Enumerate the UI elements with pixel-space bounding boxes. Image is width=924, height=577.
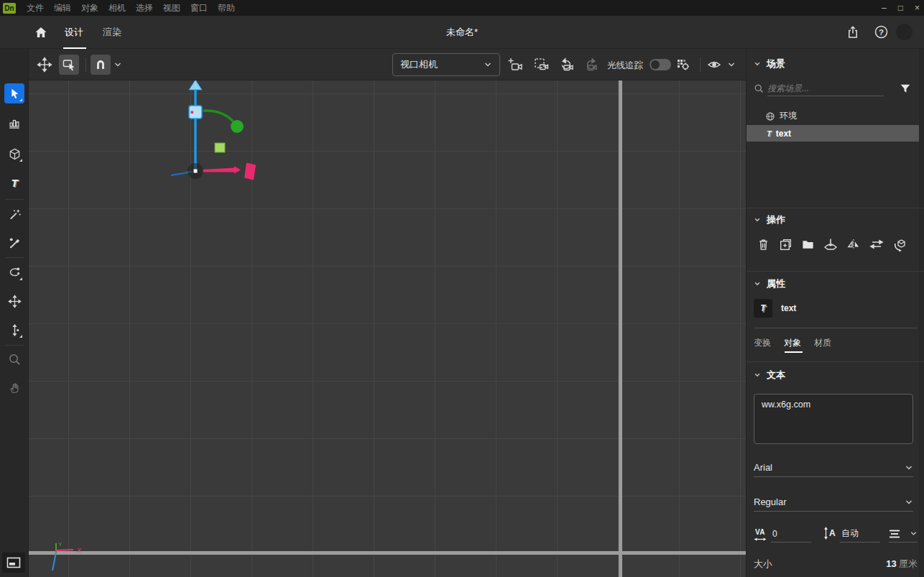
actions-section-header[interactable]: 操作 [754, 213, 785, 226]
scene-item-text[interactable]: TT text [747, 125, 919, 142]
gizmo-x-flag-handle[interactable] [244, 163, 256, 180]
tools-sidebar: TT [0, 49, 29, 577]
render-settings-button[interactable] [675, 57, 691, 73]
size-value-group[interactable]: 13 厘米 [886, 558, 918, 571]
menu-item-camera[interactable]: 相机 [103, 2, 131, 14]
font-style-dropdown[interactable]: Regular [754, 493, 913, 512]
bar-chart-icon [8, 117, 21, 130]
folder-icon[interactable] [801, 238, 815, 251]
eyedropper-tool-button[interactable] [4, 233, 24, 253]
tracking-value-input[interactable]: 0 [771, 525, 811, 543]
window-maximize-button[interactable]: □ [898, 3, 903, 13]
chevron-down-icon [905, 463, 913, 472]
menu-item-view[interactable]: 视图 [158, 2, 185, 14]
viewport-canvas[interactable]: Y X [29, 80, 746, 577]
menu-item-select[interactable]: 选择 [131, 2, 158, 14]
svg-text:?: ? [879, 28, 884, 37]
panel-divider [747, 271, 924, 272]
snap-options-button[interactable] [114, 60, 122, 69]
window-minimize-button[interactable]: – [882, 3, 887, 13]
avatar[interactable] [895, 23, 913, 41]
size-value[interactable]: 13 [886, 558, 896, 569]
panel-scrollbar-track[interactable] [919, 49, 924, 577]
snap-button[interactable] [91, 55, 111, 75]
gizmo-x-axis[interactable] [203, 168, 234, 172]
font-family-dropdown[interactable]: Arial [754, 458, 913, 477]
duplicate-icon[interactable] [779, 238, 793, 251]
chevron-down-icon [114, 60, 122, 69]
scene-search-input[interactable] [767, 80, 884, 96]
dolly-tool-button[interactable] [4, 320, 24, 340]
toolbar-separator [86, 57, 86, 72]
camera-plus-icon [507, 57, 523, 73]
actions-section-title: 操作 [767, 213, 785, 226]
filter-icon[interactable] [900, 83, 911, 94]
tab-object[interactable]: 对象 [784, 337, 801, 349]
menu-item-edit[interactable]: 编辑 [49, 2, 76, 14]
leading-arrows [823, 527, 829, 540]
text-tool-button[interactable]: TT [4, 172, 24, 193]
replace-object-icon[interactable] [892, 237, 907, 251]
size-row: 大小 13 厘米 [754, 558, 918, 571]
menu-item-object[interactable]: 对象 [76, 2, 103, 14]
add-camera-bookmark-button[interactable] [507, 57, 523, 73]
share-button[interactable] [846, 25, 860, 40]
gizmo-origin-dot [194, 170, 198, 173]
eye-icon [707, 57, 721, 72]
trash-icon[interactable] [757, 238, 770, 251]
window-close-button[interactable]: × [915, 3, 920, 13]
viewport-camera-dropdown[interactable]: 视口相机 [392, 53, 500, 76]
gizmo-rotate-handle[interactable] [231, 120, 244, 133]
pan-arrows-icon [8, 295, 22, 308]
drop-to-ground-icon[interactable] [823, 237, 838, 251]
graph-tool-button[interactable] [4, 114, 24, 134]
gizmo-plane-handle[interactable] [215, 143, 225, 152]
scene-item-environment[interactable]: 环境 [747, 108, 919, 124]
select-tool-button[interactable] [4, 83, 24, 103]
redo-camera-move-button[interactable] [583, 57, 599, 73]
tab-material[interactable]: 材质 [814, 337, 831, 349]
transform-gizmo[interactable] [165, 80, 295, 188]
raytrace-toggle[interactable] [650, 59, 671, 70]
menu-item-window[interactable]: 窗口 [185, 2, 213, 14]
search-icon [754, 83, 764, 94]
viewport-camera-value: 视口相机 [400, 58, 438, 71]
leading-value-input[interactable]: 自动 [840, 525, 880, 543]
axis-y-label: Y [58, 541, 63, 548]
scene-section-header[interactable]: 场景 [754, 57, 785, 70]
hand-tool-button[interactable] [4, 378, 24, 398]
text-content-input[interactable]: ww.x6g.com [754, 394, 913, 444]
menu-item-help[interactable]: 帮助 [213, 2, 240, 14]
undo-camera-move-button[interactable] [558, 57, 574, 73]
gizmo-rotate-arc[interactable] [203, 111, 234, 123]
tab-render[interactable]: 渲染 [103, 26, 121, 39]
text-section-header[interactable]: 文本 [754, 369, 785, 382]
submenu-corner [19, 98, 22, 101]
gizmo-y-arrow[interactable] [189, 80, 202, 90]
scene-search-row [754, 80, 911, 96]
help-button[interactable]: ? [874, 24, 889, 40]
mirror-icon[interactable] [846, 237, 861, 251]
text-align-dropdown[interactable] [889, 525, 918, 543]
pan-tool-button[interactable] [4, 291, 24, 311]
swap-icon[interactable] [869, 237, 884, 251]
tab-design[interactable]: 设计 [65, 26, 83, 39]
text-object-icon: TT [767, 129, 772, 138]
view-options-button[interactable] [707, 57, 721, 72]
home-button[interactable] [34, 25, 48, 40]
submenu-corner [19, 277, 22, 280]
tab-transform[interactable]: 变换 [754, 337, 771, 349]
move-selection-button[interactable] [34, 55, 55, 75]
menu-item-file[interactable]: 文件 [22, 2, 49, 14]
gizmo-x-arrow[interactable] [234, 166, 241, 174]
zoom-tool-button[interactable] [4, 349, 24, 369]
menubar: Dn 文件 编辑 对象 相机 选择 视图 窗口 帮助 – □ × [0, 0, 924, 16]
properties-section-header[interactable]: 属性 [754, 277, 785, 290]
orbit-tool-button[interactable] [4, 262, 24, 282]
magic-wand-tool-button[interactable] [4, 204, 24, 224]
view-options-chevron[interactable] [727, 60, 736, 69]
camera-bookmarks-button[interactable] [533, 57, 549, 73]
primitives-tool-button[interactable] [4, 144, 24, 164]
select-behind-button[interactable] [59, 55, 79, 75]
ground-plane-toggle-button[interactable] [2, 553, 25, 573]
